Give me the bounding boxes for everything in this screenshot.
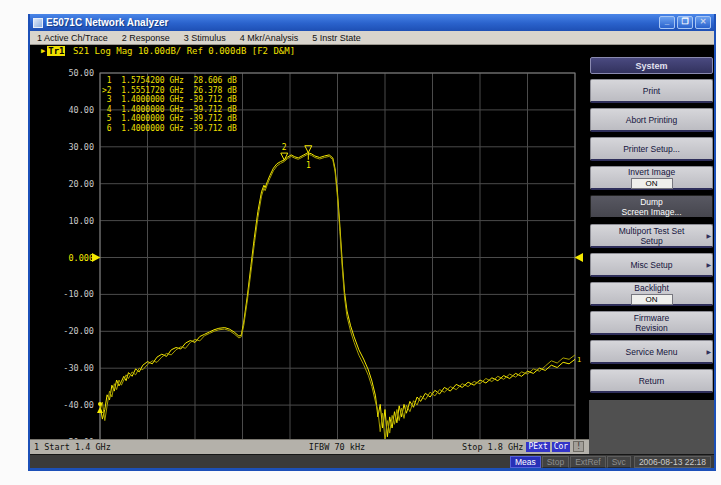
marker-2-label: 2 [282, 143, 287, 152]
submenu-arrow-icon: ▶ [706, 260, 711, 270]
marker-readout-row-2: >2 1.5551720 GHz 26.378 dB [102, 86, 237, 96]
menu-1-active-ch-trace[interactable]: 1 Active Ch/Trace [37, 33, 108, 43]
y-tick-label: -40.00 [63, 400, 94, 410]
minimize-button[interactable]: _ [659, 16, 675, 29]
softkey-backlight[interactable]: BacklightON [590, 282, 713, 306]
status-indicators: MeasStopExtRefSvc [510, 456, 631, 468]
softkey-label: Firmware [634, 313, 669, 323]
menu-2-response[interactable]: 2 Response [122, 33, 170, 43]
marker-stack-dot[interactable] [98, 402, 102, 406]
titlebar[interactable]: E5071C Network Analyzer _ ❐ ✕ [30, 14, 714, 31]
menu-4-mkr-analysis[interactable]: 4 Mkr/Analysis [240, 33, 299, 43]
sweep-stop: Stop 1.8 GHz [462, 442, 523, 452]
y-tick-label: 10.00 [68, 216, 94, 226]
softkey-multiport-test-set-setup[interactable]: Multiport Test SetSetup▶ [590, 224, 713, 248]
softkey-abort-printing[interactable]: Abort Printing [590, 108, 713, 132]
y-tick-label: 20.00 [68, 179, 94, 189]
marker-readout-row-3: 3 1.4000000 GHz -39.712 dB [102, 95, 237, 105]
marker-1-label: 1 [306, 161, 311, 170]
app-icon [33, 18, 43, 28]
softkey-invert-image[interactable]: Invert ImageON [590, 166, 713, 190]
marker-readout: 1 1.5754200 GHz 28.606 dB>2 1.5551720 GH… [102, 76, 237, 133]
window-title: E5071C Network Analyzer [46, 17, 656, 28]
submenu-arrow-icon: ▶ [706, 231, 711, 241]
status-indicator-svc: Svc [607, 456, 631, 468]
softkey-label: Printer Setup... [623, 144, 680, 154]
app-window: E5071C Network Analyzer _ ❐ ✕ 1 Active C… [28, 14, 716, 471]
ref-level-triangle-left [92, 253, 101, 262]
graph-area: 50.0040.0030.0020.0010.000.000-10.00-20.… [30, 57, 589, 439]
restore-button[interactable]: ❐ [677, 16, 693, 29]
status-indicator-meas: Meas [510, 456, 541, 468]
badge-pext: PExt [526, 442, 549, 452]
channel-status-bar: 1 Start 1.4 GHz IFBW 70 kHz Stop 1.8 GHz… [30, 439, 589, 454]
menu-5-instr-state[interactable]: 5 Instr State [312, 33, 361, 43]
y-tick-label: 0.000 [68, 253, 94, 263]
sweep-start: 1 Start 1.4 GHz [34, 442, 111, 452]
softkey-value: ON [631, 294, 673, 305]
y-tick-label: 30.00 [68, 142, 94, 152]
channel-status-right: Stop 1.8 GHz PExtCor ! [462, 441, 584, 452]
active-trace-arrow-icon: ▶ [41, 47, 45, 55]
softkey-label: Backlight [634, 283, 669, 293]
softkey-value: ON [631, 178, 673, 189]
softkey-label: Dump [640, 197, 663, 207]
content: ▶ Tr1 S21 Log Mag 10.00dB/ Ref 0.000dB [… [30, 45, 714, 454]
softkey-label: Return [639, 376, 665, 386]
y-tick-label: 40.00 [68, 105, 94, 115]
y-tick-label: 50.00 [68, 68, 94, 78]
menu-3-stimulus[interactable]: 3 Stimulus [184, 33, 226, 43]
softkey-label: Invert Image [628, 167, 675, 177]
instrument-screen: ▶ Tr1 S21 Log Mag 10.00dB/ Ref 0.000dB [… [30, 45, 589, 454]
softkey-print[interactable]: Print [590, 79, 713, 103]
softkey-label: Setup [640, 236, 662, 246]
softkey-printer-setup[interactable]: Printer Setup... [590, 137, 713, 161]
ifbw-value: IFBW 70 kHz [309, 442, 365, 452]
softkey-label: Misc Setup [630, 260, 672, 270]
marker-stack-triangle [97, 407, 103, 413]
close-button[interactable]: ✕ [695, 16, 711, 29]
softkey-label: Screen Image... [621, 207, 681, 217]
softkey-dump-screen-image[interactable]: DumpScreen Image... [590, 195, 713, 219]
softkey-filler [589, 400, 714, 454]
marker-readout-row-4: 4 1.4000000 GHz -39.712 dB [102, 105, 237, 115]
trace-settings-text: S21 Log Mag 10.00dB/ Ref 0.000dB [F2 D&M… [67, 46, 295, 56]
marker-readout-row-5: 5 1.4000000 GHz -39.712 dB [102, 114, 237, 124]
trace-number-label: 1 [577, 356, 581, 364]
status-indicator-extref: ExtRef [570, 456, 606, 468]
menubar: 1 Active Ch/Trace2 Response3 Stimulus4 M… [30, 31, 714, 45]
status-indicator-stop: Stop [542, 456, 570, 468]
softkey-menu: System PrintAbort PrintingPrinter Setup.… [589, 45, 714, 454]
y-tick-label: -20.00 [63, 326, 94, 336]
correction-badges: PExtCor [526, 442, 570, 452]
badge-cor: Cor [552, 442, 570, 452]
warning-indicator: ! [573, 441, 584, 452]
softkey-service-menu[interactable]: Service Menu▶ [590, 340, 713, 364]
softkey-firmware-revision[interactable]: FirmwareRevision [590, 311, 713, 335]
y-tick-label: -10.00 [63, 289, 94, 299]
instrument-status-bar: MeasStopExtRefSvc 2006-08-13 22:18 [30, 454, 714, 468]
softkey-label: Multiport Test Set [619, 226, 685, 236]
marker-readout-row-6: 6 1.4000000 GHz -39.712 dB [102, 124, 237, 134]
ref-level-triangle-right [575, 253, 584, 262]
y-tick-label: -30.00 [63, 363, 94, 373]
softkey-label: Revision [635, 323, 668, 333]
softkey-return[interactable]: Return [590, 369, 713, 393]
softkey-label: Service Menu [626, 347, 678, 357]
softkey-label: Print [643, 86, 660, 96]
submenu-arrow-icon: ▶ [706, 347, 711, 357]
softkey-list: PrintAbort PrintingPrinter Setup...Inver… [589, 79, 714, 398]
trace-label[interactable]: Tr1 [47, 46, 65, 56]
softkey-misc-setup[interactable]: Misc Setup▶ [590, 253, 713, 277]
window-controls: _ ❐ ✕ [659, 16, 711, 29]
trace-status-line: ▶ Tr1 S21 Log Mag 10.00dB/ Ref 0.000dB [… [30, 45, 589, 57]
softkey-label: Abort Printing [626, 115, 678, 125]
softkey-menu-title: System [590, 57, 713, 74]
marker-readout-row-1: 1 1.5754200 GHz 28.606 dB [102, 76, 237, 86]
desktop: E5071C Network Analyzer _ ❐ ✕ 1 Active C… [0, 0, 721, 485]
clock: 2006-08-13 22:18 [634, 456, 711, 468]
